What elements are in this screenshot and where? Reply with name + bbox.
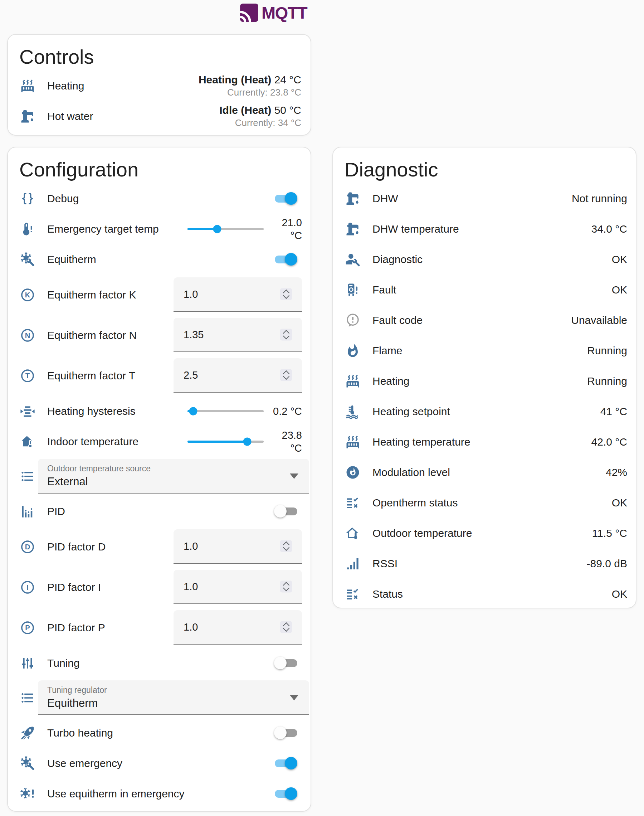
- number-value: 1.35: [184, 329, 204, 341]
- config-label: Debug: [47, 193, 79, 205]
- config-row-turbo-heating: Turbo heating: [8, 718, 311, 748]
- snowflake-alert-icon: [20, 786, 35, 801]
- fire-icon: [345, 343, 360, 358]
- mqtt-logo: MQTT: [240, 3, 307, 23]
- config-label: PID: [47, 505, 65, 517]
- slider-value-line: 23.8: [282, 429, 302, 442]
- diagnostic-label: Opentherm status: [373, 497, 458, 509]
- toggle-thumb[interactable]: [285, 192, 297, 205]
- number-value: 1.0: [184, 581, 198, 593]
- toggle-thumb[interactable]: [274, 727, 287, 739]
- number-input-pid-factor-d[interactable]: 1.0: [173, 529, 302, 564]
- diagnostic-label: Diagnostic: [373, 253, 423, 265]
- home-thermometer-icon: [20, 434, 35, 449]
- list-bulleted-icon: [20, 690, 35, 706]
- slider-value-line: °C: [282, 229, 302, 242]
- toggle-debug[interactable]: [275, 195, 297, 202]
- toggle-tuning[interactable]: [275, 659, 297, 667]
- toggle-use-equitherm-in-emergency[interactable]: [275, 790, 297, 798]
- control-value-heating[interactable]: Heating (Heat) 24 °CCurrently: 23.8 °C: [199, 74, 301, 98]
- diagnostic-row-heating[interactable]: HeatingRunning: [333, 366, 636, 396]
- number-input-equitherm-factor-k[interactable]: 1.0: [173, 278, 302, 312]
- number-input-equitherm-factor-n[interactable]: 1.35: [173, 318, 302, 352]
- number-value: 1.0: [184, 621, 198, 633]
- config-row-debug: Debug: [8, 183, 311, 214]
- diagnostic-label: Fault: [373, 284, 396, 296]
- slider-indoor-temperature[interactable]: [187, 440, 264, 443]
- toggle-equitherm[interactable]: [275, 256, 297, 264]
- diagnostic-value: -89.0 dB: [587, 558, 627, 570]
- svg-text:D: D: [25, 543, 31, 551]
- number-stepper[interactable]: [280, 621, 292, 633]
- slider-value-line: 0.2 °C: [273, 405, 302, 418]
- diagnostic-value: 11.5 °C: [592, 527, 627, 539]
- number-stepper[interactable]: [280, 369, 292, 381]
- config-row-heating-hysteresis: Heating hysteresis0.2 °C: [8, 396, 311, 426]
- diagnostic-row-fault-code[interactable]: Fault codeUnavailable: [333, 305, 636, 335]
- config-label: Turbo heating: [47, 727, 113, 739]
- comment-alert-icon: [345, 313, 360, 328]
- number-stepper[interactable]: [280, 581, 292, 593]
- svg-text:T: T: [25, 372, 30, 380]
- slider-value: 21.0°C: [282, 216, 302, 242]
- number-input-pid-factor-i[interactable]: 1.0: [173, 570, 302, 604]
- control-state-text: Heating (Heat) 24 °C: [199, 74, 301, 86]
- diagnostic-row-heating-setpoint[interactable]: Heating setpoint41 °C: [333, 396, 636, 426]
- config-label: Use emergency: [47, 757, 123, 770]
- number-input-pid-factor-p[interactable]: 1.0: [173, 610, 302, 644]
- config-row-pid-factor-p: PPID factor P1.0: [8, 607, 311, 648]
- diagnostic-row-dhw[interactable]: DHWNot running: [333, 183, 636, 214]
- diagnostic-row-opentherm-status[interactable]: Opentherm statusOK: [333, 488, 636, 518]
- account-wrench-icon: [345, 252, 360, 267]
- number-input-equitherm-factor-t[interactable]: 2.5: [173, 358, 302, 393]
- diagnostic-row-heating-temperature[interactable]: Heating temperature42.0 °C: [333, 426, 636, 457]
- radiator-icon: [345, 374, 360, 389]
- toggle-thumb[interactable]: [274, 657, 287, 669]
- number-stepper[interactable]: [280, 329, 292, 341]
- slider-emergency-target-temp[interactable]: [187, 228, 264, 230]
- slider-fill: [187, 440, 247, 443]
- diagnostic-rows: DHWNot runningDHW temperature34.0 °CDiag…: [333, 183, 636, 609]
- config-row-use-emergency: Use emergency: [8, 748, 311, 778]
- slider-thumb[interactable]: [213, 225, 221, 233]
- config-label: PID factor D: [47, 541, 106, 553]
- diagnostic-row-rssi[interactable]: RSSI-89.0 dB: [333, 548, 636, 579]
- number-stepper[interactable]: [280, 288, 292, 300]
- diagnostic-row-modulation-level[interactable]: Modulation level42%: [333, 457, 636, 488]
- select-tuning-regulator[interactable]: Tuning regulatorEquitherm: [38, 680, 309, 715]
- toggle-use-emergency[interactable]: [275, 759, 297, 767]
- slider-heating-hysteresis[interactable]: [187, 410, 264, 412]
- control-state-text: Idle (Heat) 50 °C: [219, 104, 301, 117]
- diagnostic-label: Heating setpoint: [373, 405, 450, 418]
- config-row-equitherm-factor-k: KEquitherm factor K1.0: [8, 275, 311, 315]
- toggle-turbo-heating[interactable]: [275, 729, 297, 737]
- diagnostic-row-flame[interactable]: FlameRunning: [333, 335, 636, 366]
- toggle-thumb[interactable]: [285, 253, 297, 265]
- config-row-emergency-target-temp: Emergency target temp21.0°C: [8, 214, 311, 244]
- select-outdoor-temperature-source[interactable]: Outdoor temperature sourceExternal: [38, 459, 309, 494]
- control-row-hot-water: Hot waterIdle (Heat) 50 °CCurrently: 34 …: [8, 101, 311, 131]
- diagnostic-row-status[interactable]: StatusOK: [333, 579, 636, 609]
- toggle-thumb[interactable]: [285, 787, 297, 800]
- configuration-card-title: Configuration: [8, 147, 311, 183]
- toggle-pid[interactable]: [275, 508, 297, 515]
- snowflake-wrench-icon: [20, 252, 35, 267]
- slider-thumb[interactable]: [189, 407, 198, 415]
- diagnostic-row-outdoor-temperature[interactable]: Outdoor temperature11.5 °C: [333, 518, 636, 548]
- diagnostic-label: Fault code: [373, 314, 423, 327]
- diagnostic-row-diagnostic[interactable]: DiagnosticOK: [333, 244, 636, 275]
- control-label: Hot water: [47, 110, 93, 123]
- control-value-hot-water[interactable]: Idle (Heat) 50 °CCurrently: 34 °C: [219, 104, 301, 129]
- number-stepper[interactable]: [280, 540, 292, 552]
- alpha-i-circle-icon: I: [20, 580, 35, 595]
- config-row-equitherm: Equitherm: [8, 244, 311, 275]
- toggle-thumb[interactable]: [274, 505, 287, 517]
- config-label: Equitherm: [47, 253, 96, 265]
- slider-thumb[interactable]: [243, 437, 251, 446]
- select-value: Equitherm: [47, 697, 98, 710]
- controls-rows: HeatingHeating (Heat) 24 °CCurrently: 23…: [8, 71, 311, 131]
- diagnostic-row-fault[interactable]: FaultOK: [333, 275, 636, 305]
- toggle-thumb[interactable]: [285, 757, 297, 770]
- diagnostic-row-dhw-temperature[interactable]: DHW temperature34.0 °C: [333, 214, 636, 244]
- snowflake-wrench-icon: [20, 756, 35, 771]
